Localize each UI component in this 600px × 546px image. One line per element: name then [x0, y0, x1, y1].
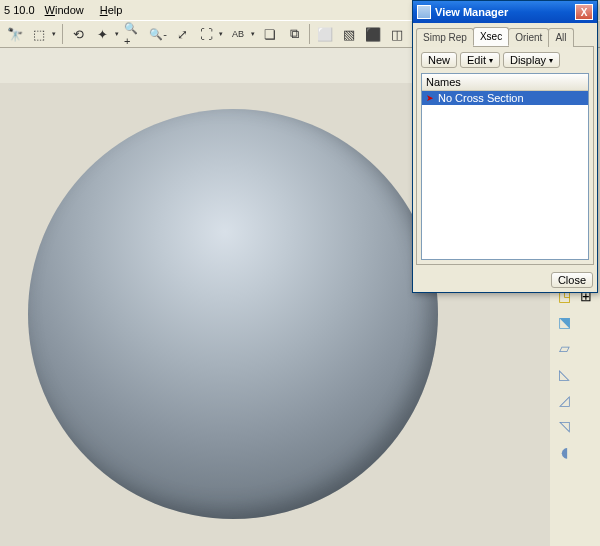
select-box-icon[interactable]: ⬚: [28, 23, 50, 45]
tab-panel: New Edit▾ Display▾ Names ➤ No Cross Sect…: [416, 46, 594, 265]
no-hidden-icon[interactable]: ⬛: [362, 23, 384, 45]
wireframe-icon[interactable]: ⬜: [314, 23, 336, 45]
list-item-label: No Cross Section: [438, 92, 524, 104]
spin-center-icon[interactable]: ✦: [91, 23, 113, 45]
refit-icon[interactable]: ⤢: [171, 23, 193, 45]
round-icon[interactable]: ◖: [554, 442, 574, 462]
close-button[interactable]: Close: [551, 272, 593, 288]
menu-help[interactable]: Help: [94, 2, 129, 18]
zoom-out-icon[interactable]: 🔍-: [147, 23, 169, 45]
feature-toolbar: ◳ ⊞ ⬔ ▱ ◺ ◿ ◹ ◖: [550, 280, 600, 468]
list-item[interactable]: ➤ No Cross Section: [422, 91, 588, 105]
sweep-icon[interactable]: ◿: [554, 390, 574, 410]
sketch-icon[interactable]: ⬔: [554, 312, 574, 332]
list-header-names[interactable]: Names: [422, 74, 588, 91]
tab-orient[interactable]: Orient: [508, 28, 549, 47]
revolve-icon[interactable]: ◺: [554, 364, 574, 384]
dialog-bottom-row: Close: [413, 268, 597, 292]
menu-window[interactable]: Window: [39, 2, 90, 18]
toolbar-separator: [62, 24, 63, 44]
extrude-icon[interactable]: ▱: [554, 338, 574, 358]
layers-icon[interactable]: ❏: [259, 23, 281, 45]
edit-button[interactable]: Edit▾: [460, 52, 500, 68]
center-dropdown-icon[interactable]: ▾: [113, 30, 121, 38]
sphere-model[interactable]: [28, 109, 438, 519]
zoom-in-icon[interactable]: 🔍+: [123, 23, 145, 45]
action-buttons: New Edit▾ Display▾: [421, 52, 589, 68]
dialog-title: View Manager: [435, 6, 575, 18]
tab-xsec[interactable]: Xsec: [473, 27, 509, 46]
app-version: 5 10.0: [4, 4, 35, 16]
dialog-titlebar[interactable]: View Manager X: [413, 1, 597, 23]
display-button[interactable]: Display▾: [503, 52, 560, 68]
active-marker-icon: ➤: [425, 93, 435, 103]
find-icon[interactable]: 🔭: [4, 23, 26, 45]
view-manager-dialog: View Manager X Simp Rep Xsec Orient All …: [412, 0, 598, 293]
savedview-dropdown-icon[interactable]: ▾: [249, 30, 257, 38]
saved-view-icon[interactable]: AB: [227, 23, 249, 45]
redraw-icon[interactable]: ⟲: [67, 23, 89, 45]
new-button[interactable]: New: [421, 52, 457, 68]
dialog-close-button[interactable]: X: [575, 4, 593, 20]
chevron-down-icon: ▾: [489, 56, 493, 65]
tab-simp-rep[interactable]: Simp Rep: [416, 28, 474, 47]
reorient-icon[interactable]: ⛶: [195, 23, 217, 45]
tab-all[interactable]: All: [548, 28, 573, 47]
shading-icon[interactable]: ◫: [386, 23, 408, 45]
select-dropdown-icon[interactable]: ▾: [50, 30, 58, 38]
view-manager-icon[interactable]: ⧉: [283, 23, 305, 45]
toolbar-separator: [309, 24, 310, 44]
dialog-app-icon: [417, 5, 431, 19]
orient-dropdown-icon[interactable]: ▾: [217, 30, 225, 38]
list-body[interactable]: ➤ No Cross Section: [422, 91, 588, 259]
names-list: Names ➤ No Cross Section: [421, 73, 589, 260]
chevron-down-icon: ▾: [549, 56, 553, 65]
dialog-tabs: Simp Rep Xsec Orient All: [413, 23, 597, 46]
blend-icon[interactable]: ◹: [554, 416, 574, 436]
hidden-line-icon[interactable]: ▧: [338, 23, 360, 45]
